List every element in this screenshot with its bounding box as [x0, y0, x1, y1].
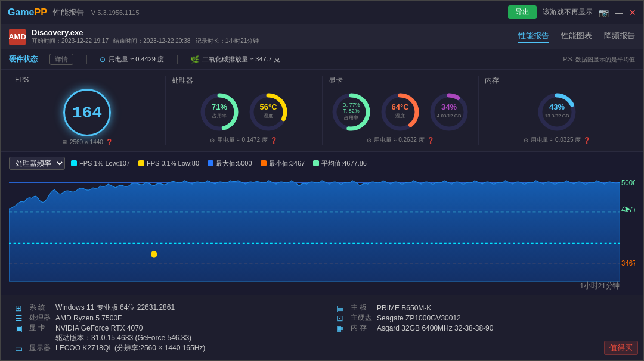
cpu-help-icon[interactable]: ❓ — [270, 137, 277, 144]
svg-text:71%: 71% — [212, 102, 227, 111]
legend-fps1: FPS 1% Low:107 — [71, 160, 130, 167]
fps-label: FPS — [15, 76, 29, 84]
tabs: 性能报告 性能图表 降频报告 — [518, 30, 635, 43]
gpu-vram-gauge: 34% 4.08/12 GB — [428, 91, 470, 133]
gpu-section: 显卡 D: 77% T: 82% 占用率 — [323, 76, 479, 145]
gpu-info-icon: ▣ — [13, 323, 24, 333]
tab-performance-report[interactable]: 性能报告 — [518, 30, 549, 43]
ram-usage-gauge: 43% 13.8/32 GB — [535, 91, 578, 133]
chart-svg: 5000 4677.86 3467 — [9, 173, 635, 290]
cpu-power: ⊙ 用电量 ≈ 0.1472 度 ❓ — [210, 136, 277, 144]
svg-text:43%: 43% — [549, 102, 565, 111]
watermark: 值得买 — [604, 341, 638, 355]
sysinfo-ram: ▦ 内 存 Asgard 32GB 6400MHz 32-38-38-90 — [334, 323, 631, 333]
hw-title: 硬件状态 — [9, 54, 38, 64]
appbar: AMD Discovery.exe 开始时间：2023-12-22 19:17 … — [1, 24, 643, 49]
monitor-info-icon: ▭ — [13, 344, 24, 353]
sysinfo-ram-val: Asgard 32GB 6400MHz 32-38-38-90 — [377, 324, 493, 332]
power-stat: ⊙ 用电量 ≈ 0.4429 度 — [100, 55, 164, 64]
legend-fps01-label: FPS 0.1% Low:80 — [147, 160, 199, 167]
fps-circle: 164 — [63, 89, 111, 136]
chart-select[interactable]: 处理器频率 — [9, 157, 65, 170]
legend-fps01-dot — [138, 160, 144, 166]
legend-avg: 平均值:4677.86 — [313, 159, 367, 168]
main-window: GamePP 性能报告 V 5.3.1956.1115 导出 该游戏不再显示 📷… — [0, 0, 644, 361]
sysinfo-driver-val: 驱动版本：31.0.15.4633 (GeForce 546.33) — [55, 333, 191, 343]
gpu-help-icon[interactable]: ❓ — [427, 137, 434, 144]
no-show-button[interactable]: 该游戏不再显示 — [543, 7, 593, 17]
legend-min: 最小值:3467 — [261, 159, 305, 168]
hdd-icon: ⊡ — [334, 313, 346, 323]
svg-text:5000: 5000 — [621, 178, 635, 187]
cpu-usage-svg: 71% 占用率 — [198, 91, 241, 133]
system-icon: ⊞ — [13, 303, 24, 313]
sysinfo-hdd-val: Seagate ZP1000GV30012 — [377, 314, 461, 322]
sysinfo-gpu: ▣ 显 卡 NVIDIA GeForce RTX 4070 — [13, 323, 310, 333]
chart-header: 处理器频率 FPS 1% Low:107 FPS 0.1% Low:80 最大值… — [9, 157, 635, 170]
titlebar: GamePP 性能报告 V 5.3.1956.1115 导出 该游戏不再显示 📷… — [1, 1, 643, 24]
fps-section: FPS 164 🖥 2560 × 1440 ❓ — [9, 76, 166, 145]
fps-help-icon[interactable]: ❓ — [106, 139, 113, 145]
camera-icon[interactable]: 📷 — [599, 8, 609, 17]
chart-legend: FPS 1% Low:107 FPS 0.1% Low:80 最大值:5000 … — [71, 159, 367, 168]
mobo-icon: ▤ — [334, 303, 346, 313]
co2-stat: 🌿 二氧化碳排放量 ≈ 347.7 克 — [190, 55, 280, 64]
chart-section: 处理器频率 FPS 1% Low:107 FPS 0.1% Low:80 最大值… — [1, 152, 643, 295]
gpu-usage-gauge: D: 77% T: 82% 占用率 — [330, 91, 373, 133]
cpu-power-icon: ⊙ — [210, 137, 215, 144]
legend-avg-dot — [313, 160, 319, 166]
sysinfo-monitor-val: LECOO K2718QL (分辨率:2560 × 1440 165Hz) — [55, 343, 205, 353]
title-report: 性能报告 — [53, 7, 84, 18]
legend-fps01: FPS 0.1% Low:80 — [138, 160, 199, 167]
version-text: V 5.3.1956.1115 — [91, 9, 140, 16]
minimize-button[interactable]: — — [615, 8, 623, 17]
cpu-temp-svg: 56°C 温度 — [247, 91, 290, 133]
sysinfo-mobo-val: PRIME B650M-K — [377, 304, 431, 312]
sysinfo-system-key: 系 统 — [29, 303, 51, 313]
ps-note: P.S. 数据图显示的是平均值 — [564, 55, 635, 64]
hw-detail-button[interactable]: 详情 — [49, 54, 73, 65]
sysinfo-cpu-key: 处理器 — [29, 313, 51, 323]
svg-text:34%: 34% — [441, 102, 457, 111]
monitor-icon: 🖥 — [61, 139, 67, 145]
svg-point-17 — [432, 95, 466, 129]
legend-min-dot — [261, 160, 267, 166]
cpu-section: 处理器 71% 占用率 56°C — [166, 76, 323, 145]
cpu-temp-gauge: 56°C 温度 — [247, 91, 290, 133]
export-button[interactable]: 导出 — [508, 5, 537, 19]
sysinfo-cpu-val: AMD Ryzen 5 7500F — [55, 314, 122, 322]
sysinfo-hdd-key: 主硬盘 — [351, 313, 372, 323]
tab-performance-chart[interactable]: 性能图表 — [561, 30, 592, 43]
tab-throttle-report[interactable]: 降频报告 — [604, 30, 635, 43]
svg-point-37 — [151, 251, 157, 258]
svg-text:占用率: 占用率 — [344, 115, 358, 120]
svg-text:温度: 温度 — [395, 113, 405, 119]
sysinfo-ram-key: 内 存 — [351, 323, 372, 333]
sysinfo-driver: 驱动版本：31.0.15.4633 (GeForce 546.33) — [13, 333, 310, 343]
sysinfo-mobo-key: 主 板 — [351, 303, 372, 313]
svg-text:56°C: 56°C — [259, 102, 277, 111]
sysinfo-monitor: ▭ 显示器 LECOO K2718QL (分辨率:2560 × 1440 165… — [13, 343, 310, 353]
fps-value: 164 — [72, 104, 102, 122]
sysinfo-cpu: ☰ 处理器 AMD Ryzen 5 7500F — [13, 313, 310, 323]
svg-text:D: 77%: D: 77% — [343, 102, 361, 108]
sysinfo-system-val: Windows 11 专业版 64位 22631.2861 — [55, 303, 175, 313]
gpu-label: 显卡 — [329, 76, 343, 86]
svg-text:64°C: 64°C — [392, 102, 410, 111]
ram-info-icon: ▦ — [334, 323, 346, 333]
ram-power: ⊙ 用电量 ≈ 0.0325 度 ❓ — [524, 136, 590, 144]
ram-power-icon: ⊙ — [524, 137, 528, 144]
logo-pp: PP — [34, 7, 47, 17]
ram-label: 内存 — [485, 76, 499, 86]
ram-help-icon[interactable]: ❓ — [583, 137, 590, 144]
sysinfo-right: ▤ 主 板 PRIME B650M-K ⊡ 主硬盘 Seagate ZP1000… — [334, 303, 631, 353]
gpu-power-icon: ⊙ — [367, 137, 371, 144]
gpu-temp-gauge: 64°C 温度 — [379, 91, 422, 133]
sysinfo-gpu-key: 显 卡 — [29, 323, 51, 333]
legend-max-label: 最大值:5000 — [216, 159, 252, 168]
legend-fps1-label: FPS 1% Low:107 — [79, 160, 130, 167]
sysinfo-monitor-key: 显示器 — [29, 343, 51, 353]
close-button[interactable]: ✕ — [629, 8, 636, 17]
sysinfo-hdd: ⊡ 主硬盘 Seagate ZP1000GV30012 — [334, 313, 631, 323]
svg-text:温度: 温度 — [264, 113, 273, 119]
